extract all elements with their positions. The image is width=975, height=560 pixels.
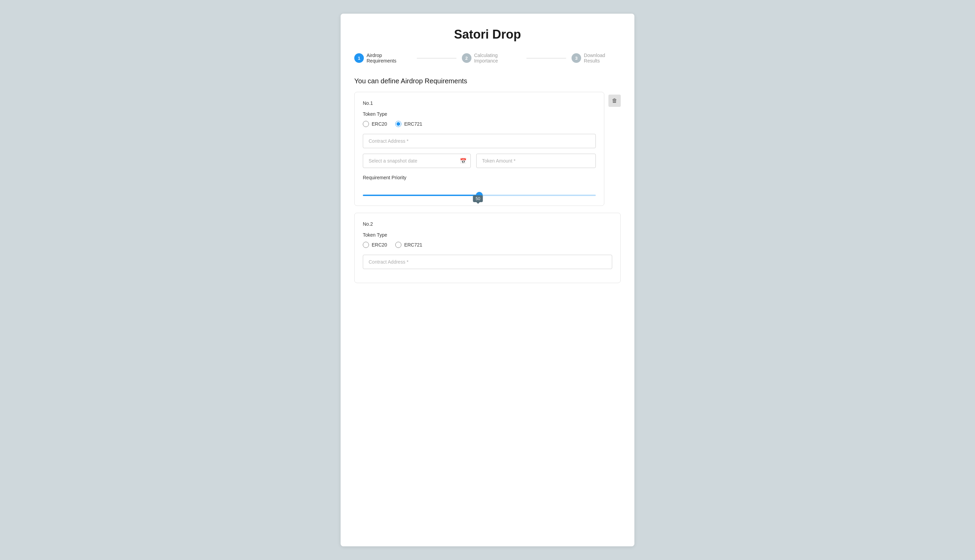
card-2-radio-group: ERC20 ERC721 (363, 242, 612, 248)
stepper: 1 Airdrop Requirements 2 Calculating Imp… (354, 53, 621, 63)
card-1-wrapper: No.1 Token Type ERC20 ERC721 📅 (354, 92, 621, 206)
card-2-number: No.2 (363, 221, 612, 227)
card-1-radio-group: ERC20 ERC721 (363, 121, 596, 127)
card-1-input-row: 📅 (363, 154, 596, 168)
step-2: 2 Calculating Importance (462, 53, 521, 63)
card-1-snapshot-date[interactable] (363, 154, 471, 168)
card-2-erc20-radio[interactable] (363, 242, 369, 248)
requirement-card-2: No.2 Token Type ERC20 ERC721 (354, 213, 621, 283)
card-2-contract-address[interactable] (363, 255, 612, 269)
card-1-contract-address[interactable] (363, 134, 596, 148)
app-container: Satori Drop 1 Airdrop Requirements 2 Cal… (341, 14, 634, 546)
card-2-erc20-option[interactable]: ERC20 (363, 242, 387, 248)
card-2-erc721-radio[interactable] (395, 242, 401, 248)
card-2-erc721-label: ERC721 (404, 242, 422, 248)
step-connector-1 (417, 58, 456, 58)
card-1-erc20-radio[interactable] (363, 121, 369, 127)
card-1-erc20-label: ERC20 (372, 121, 387, 127)
card-1-erc20-option[interactable]: ERC20 (363, 121, 387, 127)
card-1-number: No.1 (363, 100, 596, 106)
card-2-token-type-label: Token Type (363, 232, 612, 238)
requirement-card-1: No.1 Token Type ERC20 ERC721 📅 (354, 92, 604, 206)
delete-icon: 🗑 (612, 98, 617, 104)
card-1-erc721-label: ERC721 (404, 121, 422, 127)
card-1-date-wrapper: 📅 (363, 154, 471, 168)
step-3: 3 Download Results (571, 53, 621, 63)
page-title: Satori Drop (354, 27, 621, 42)
section-heading: You can define Airdrop Requirements (354, 77, 621, 85)
card-2-erc721-option[interactable]: ERC721 (395, 242, 422, 248)
card-2-wrapper: No.2 Token Type ERC20 ERC721 (354, 213, 621, 283)
card-1-delete-button[interactable]: 🗑 (608, 95, 621, 107)
step-2-label: Calculating Importance (474, 53, 521, 63)
card-1-slider-tooltip: 50 (473, 195, 483, 202)
card-1-token-type-label: Token Type (363, 111, 596, 117)
step-3-circle: 3 (571, 53, 581, 63)
card-1-slider-section: Requirement Priority 50 (363, 175, 596, 197)
card-1-erc721-option[interactable]: ERC721 (395, 121, 422, 127)
card-1-erc721-radio[interactable] (395, 121, 401, 127)
step-1-label: Airdrop Requirements (367, 53, 411, 63)
card-1-token-amount[interactable] (476, 154, 596, 168)
step-connector-2 (526, 58, 566, 58)
card-1-slider-label: Requirement Priority (363, 175, 596, 180)
step-2-circle: 2 (462, 53, 471, 63)
step-1-circle: 1 (354, 53, 364, 63)
step-3-label: Download Results (584, 53, 621, 63)
card-2-erc20-label: ERC20 (372, 242, 387, 248)
step-1: 1 Airdrop Requirements (354, 53, 411, 63)
